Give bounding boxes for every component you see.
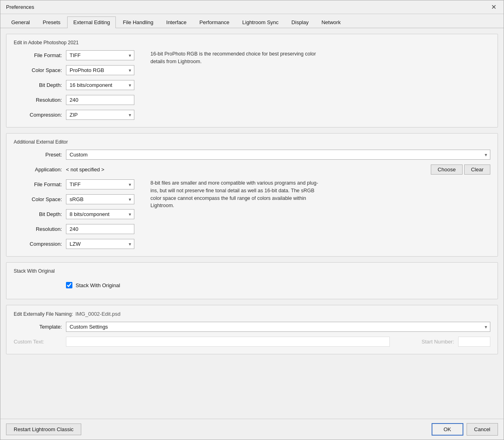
ae-resolution-row: Resolution: [14,224,134,234]
preferences-window: Preferences ✕ General Presets External E… [0,0,504,440]
tabs-bar: General Presets External Editing File Ha… [0,14,504,28]
ae-preset-row: Preset: Custom [14,150,490,160]
restart-button[interactable]: Restart Lightroom Classic [6,424,81,435]
ae-bit-depth-select-wrapper: 8 bits/component 16 bits/component [66,209,134,219]
tab-network[interactable]: Network [315,16,347,28]
additional-editor-section: Additional External Editor Preset: Custo… [6,133,498,257]
ps-resolution-input[interactable] [66,95,134,105]
ae-color-space-select[interactable]: sRGB ProPhoto RGB AdobeRGB [66,194,134,204]
ps-file-format-select[interactable]: TIFF PSD [66,50,134,60]
ae-application-label: Application: [14,167,62,173]
ae-info: 8-bit files are smaller and more compati… [142,179,490,249]
file-naming-example: IMG_0002-Edit.psd [75,311,120,317]
close-button[interactable]: ✕ [489,3,498,12]
ps-bit-depth-label: Bit Depth: [14,82,62,88]
ae-bit-depth-select[interactable]: 8 bits/component 16 bits/component [66,209,134,219]
ae-compression-select[interactable]: LZW None ZIP [66,239,134,249]
window-title: Preferences [6,4,34,10]
custom-text-input[interactable] [66,337,390,347]
tab-interface[interactable]: Interface [160,16,193,28]
template-row: Template: Custom Settings Filename Date … [14,322,490,332]
footer-right-buttons: OK Cancel [432,423,498,436]
ae-compression-select-wrapper: LZW None ZIP [66,239,134,249]
ae-form-fields: File Format: TIFF PSD Color Space: [14,179,134,249]
tab-display[interactable]: Display [286,16,315,28]
tab-presets[interactable]: Presets [37,16,66,28]
tab-general[interactable]: General [5,16,36,28]
ps-bit-depth-select[interactable]: 16 bits/component 8 bits/component [66,80,134,90]
clear-button[interactable]: Clear [464,164,490,175]
ps-compression-row: Compression: ZIP None LZW [14,110,134,120]
ae-application-buttons: Choose Clear [431,164,490,175]
ae-resolution-label: Resolution: [14,226,62,232]
ps-resolution-label: Resolution: [14,97,62,103]
template-label: Template: [14,324,62,330]
ps-file-format-row: File Format: TIFF PSD [14,50,134,60]
ps-file-format-select-wrapper: TIFF PSD [66,50,134,60]
file-naming-title-row: Edit Externally File Naming: IMG_0002-Ed… [14,311,490,317]
ps-file-format-label: File Format: [14,52,62,58]
footer: Restart Lightroom Classic OK Cancel [0,419,504,440]
ok-button[interactable]: OK [432,423,463,436]
custom-text-label: Custom Text: [14,339,66,345]
tab-external-editing[interactable]: External Editing [67,16,116,28]
ps-compression-select-wrapper: ZIP None LZW [66,110,134,120]
stack-section: Stack With Original Stack With Original [6,262,498,299]
ae-bit-depth-row: Bit Depth: 8 bits/component 16 bits/comp… [14,209,134,219]
tab-performance[interactable]: Performance [193,16,235,28]
ae-compression-row: Compression: LZW None ZIP [14,239,134,249]
ae-resolution-input[interactable] [66,224,134,234]
additional-editor-title: Additional External Editor [14,139,490,145]
stack-checkbox-row: Stack With Original [14,279,490,292]
start-number-input[interactable] [458,337,490,347]
stack-with-original-label[interactable]: Stack With Original [76,282,120,288]
custom-fields-row: Custom Text: Start Number: [14,337,490,347]
ps-resolution-row: Resolution: [14,95,134,105]
cancel-button[interactable]: Cancel [467,423,498,436]
ae-preset-select[interactable]: Custom [66,150,490,160]
ae-color-space-select-wrapper: sRGB ProPhoto RGB AdobeRGB [66,194,134,204]
ps-bit-depth-select-wrapper: 16 bits/component 8 bits/component [66,80,134,90]
ae-color-space-row: Color Space: sRGB ProPhoto RGB AdobeRGB [14,194,134,204]
photoshop-form-fields: File Format: TIFF PSD Color Space: [14,50,134,120]
title-bar: Preferences ✕ [0,0,504,14]
file-naming-section: Edit Externally File Naming: IMG_0002-Ed… [6,305,498,354]
photoshop-info: 16-bit ProPhoto RGB is the recommended c… [142,50,490,120]
start-number-label: Start Number: [390,339,454,345]
ps-info-text: 16-bit ProPhoto RGB is the recommended c… [150,50,319,66]
ps-bit-depth-row: Bit Depth: 16 bits/component 8 bits/comp… [14,80,134,90]
ps-color-space-select[interactable]: ProPhoto RGB sRGB AdobeRGB [66,65,134,75]
ae-file-format-select[interactable]: TIFF PSD [66,179,134,189]
choose-button[interactable]: Choose [431,164,463,175]
file-naming-title: Edit Externally File Naming: [14,311,73,317]
ps-color-space-select-wrapper: ProPhoto RGB sRGB AdobeRGB [66,65,134,75]
ae-file-format-row: File Format: TIFF PSD [14,179,134,189]
ae-info-text: 8-bit files are smaller and more compati… [150,179,319,210]
ae-application-row: Application: < not specified > Choose Cl… [14,164,490,175]
tab-file-handling[interactable]: File Handling [117,16,159,28]
stack-section-title: Stack With Original [14,268,490,274]
photoshop-section: Edit in Adobe Photoshop 2021 File Format… [6,34,498,127]
ae-form-and-info: File Format: TIFF PSD Color Space: [14,179,490,249]
ps-compression-label: Compression: [14,112,62,118]
ps-color-space-label: Color Space: [14,67,62,73]
tab-lightroom-sync[interactable]: Lightroom Sync [236,16,284,28]
content-area: Edit in Adobe Photoshop 2021 File Format… [0,28,504,419]
ae-color-space-label: Color Space: [14,196,62,202]
ae-file-format-label: File Format: [14,181,62,187]
ae-compression-label: Compression: [14,241,62,247]
ae-file-format-select-wrapper: TIFF PSD [66,179,134,189]
ae-application-value: < not specified > [66,167,431,173]
ae-bit-depth-label: Bit Depth: [14,211,62,217]
template-select[interactable]: Custom Settings Filename Date - Filename [66,322,490,332]
stack-with-original-checkbox[interactable] [66,282,72,288]
photoshop-section-title: Edit in Adobe Photoshop 2021 [14,40,490,45]
ps-color-space-row: Color Space: ProPhoto RGB sRGB AdobeRGB [14,65,134,75]
ae-preset-label: Preset: [14,152,62,158]
template-select-wrapper: Custom Settings Filename Date - Filename [66,322,490,332]
ae-preset-select-wrapper: Custom [66,150,490,160]
ps-compression-select[interactable]: ZIP None LZW [66,110,134,120]
